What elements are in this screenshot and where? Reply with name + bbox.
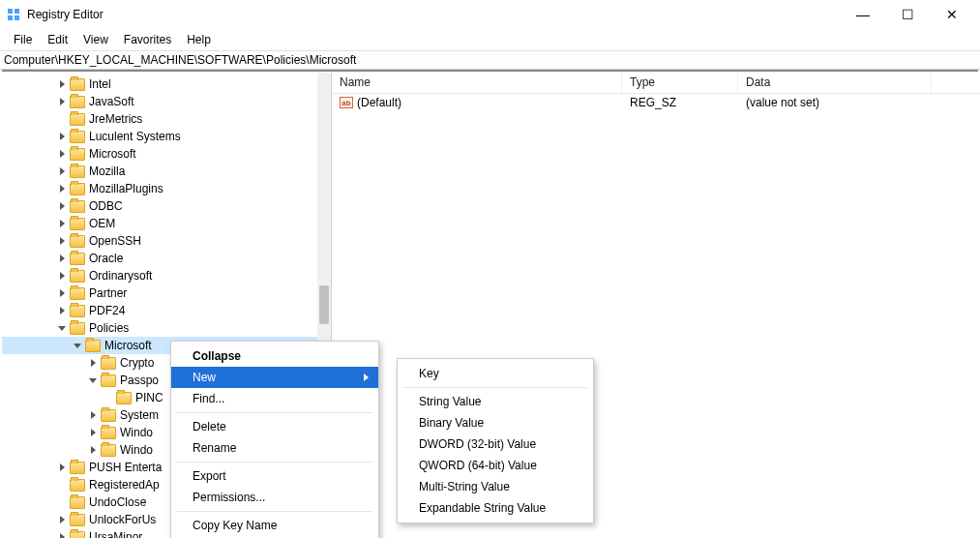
- tree-item[interactable]: ODBC: [2, 197, 331, 215]
- app-icon: [6, 7, 21, 22]
- chevron-right-icon[interactable]: [56, 96, 68, 107]
- menu-item[interactable]: Collapse: [171, 345, 378, 367]
- chevron-down-icon[interactable]: [87, 374, 99, 386]
- tree-item[interactable]: Mozilla: [2, 163, 331, 180]
- svg-rect-2: [8, 15, 13, 20]
- tree-item[interactable]: Ordinarysoft: [2, 267, 331, 284]
- menu-help[interactable]: Help: [179, 31, 219, 48]
- menu-view[interactable]: View: [75, 31, 116, 48]
- tree-item-label: Windo: [120, 443, 153, 457]
- folder-icon: [70, 235, 85, 248]
- cell-name: ab(Default): [336, 96, 626, 109]
- folder-icon: [70, 113, 85, 126]
- chevron-right-icon[interactable]: [56, 148, 68, 160]
- expander-empty: [56, 479, 68, 491]
- chevron-right-icon[interactable]: [56, 305, 68, 316]
- chevron-right-icon[interactable]: [56, 462, 68, 473]
- menu-item[interactable]: Multi-String Value: [398, 476, 593, 497]
- menu-item[interactable]: Permissions...: [171, 487, 378, 508]
- tree-item[interactable]: OEM: [2, 215, 331, 232]
- menu-item-label: New: [193, 371, 216, 384]
- folder-icon: [101, 427, 116, 439]
- menu-item[interactable]: Delete: [171, 416, 378, 437]
- menu-item[interactable]: Export: [171, 465, 378, 487]
- list-body[interactable]: ab(Default)REG_SZ(value not set): [332, 94, 980, 111]
- chevron-right-icon[interactable]: [56, 253, 68, 264]
- tree-item[interactable]: OpenSSH: [2, 232, 331, 250]
- menu-item-label: QWORD (64-bit) Value: [419, 459, 537, 472]
- chevron-right-icon[interactable]: [56, 183, 68, 194]
- col-name[interactable]: Name: [332, 73, 622, 93]
- chevron-right-icon[interactable]: [56, 514, 68, 525]
- close-button[interactable]: ✕: [930, 0, 974, 29]
- address-underline: [2, 70, 978, 72]
- tree-item[interactable]: Intel: [2, 75, 331, 93]
- tree-item-label: Microsoft: [104, 339, 152, 352]
- menu-item[interactable]: DWORD (32-bit) Value: [398, 433, 593, 455]
- tree-item[interactable]: PDF24: [2, 302, 331, 319]
- menu-item[interactable]: Copy Key Name: [171, 515, 378, 536]
- menu-item-label: Copy Key Name: [193, 519, 277, 532]
- menu-item[interactable]: Find...: [171, 388, 378, 409]
- col-data[interactable]: Data: [738, 73, 932, 93]
- chevron-right-icon[interactable]: [56, 131, 68, 142]
- menu-item-label: Binary Value: [419, 416, 484, 430]
- maximize-button[interactable]: ☐: [885, 0, 930, 29]
- tree-item[interactable]: Oracle: [2, 250, 331, 267]
- menu-item-label: Expandable String Value: [419, 501, 546, 515]
- menu-item[interactable]: Key: [398, 363, 593, 384]
- chevron-right-icon[interactable]: [87, 409, 99, 421]
- chevron-right-icon[interactable]: [56, 78, 68, 90]
- menu-favorites[interactable]: Favorites: [116, 31, 179, 48]
- list-header: Name Type Data: [332, 73, 980, 94]
- folder-icon: [70, 131, 85, 143]
- tree-item[interactable]: Luculent Systems: [2, 128, 331, 145]
- menu-item[interactable]: Rename: [171, 437, 378, 459]
- menu-item[interactable]: Binary Value: [398, 412, 593, 433]
- tree-item[interactable]: MozillaPlugins: [2, 180, 331, 197]
- chevron-right-icon[interactable]: [56, 165, 68, 177]
- folder-icon: [70, 270, 85, 283]
- menu-edit[interactable]: Edit: [40, 31, 75, 48]
- menu-item[interactable]: QWORD (64-bit) Value: [398, 455, 593, 476]
- tree-item[interactable]: JreMetrics: [2, 110, 331, 128]
- tree-item-label: UndoClose: [89, 495, 146, 509]
- chevron-right-icon[interactable]: [56, 218, 68, 229]
- chevron-right-icon[interactable]: [56, 270, 68, 282]
- chevron-right-icon[interactable]: [56, 235, 68, 247]
- menu-separator: [403, 387, 587, 388]
- chevron-right-icon[interactable]: [87, 444, 99, 456]
- chevron-right-icon[interactable]: [87, 357, 99, 369]
- chevron-down-icon[interactable]: [72, 340, 83, 351]
- menu-file[interactable]: File: [6, 31, 40, 48]
- chevron-right-icon[interactable]: [87, 427, 99, 438]
- tree-item[interactable]: JavaSoft: [2, 93, 331, 110]
- tree-scrollbar-thumb[interactable]: [319, 285, 329, 324]
- list-row[interactable]: ab(Default)REG_SZ(value not set): [332, 94, 980, 111]
- menu-item-label: Export: [193, 469, 226, 483]
- chevron-right-icon[interactable]: [56, 531, 68, 538]
- tree-item-label: JavaSoft: [89, 95, 134, 108]
- col-type[interactable]: Type: [622, 73, 738, 93]
- titlebar: Registry Editor — ☐ ✕: [0, 0, 980, 29]
- menu-separator: [177, 462, 372, 463]
- tree-item[interactable]: Policies: [2, 319, 331, 337]
- folder-icon: [70, 322, 85, 335]
- tree-item-label: Mozilla: [89, 164, 125, 178]
- tree-item[interactable]: Microsoft: [2, 145, 331, 163]
- chevron-right-icon[interactable]: [56, 200, 68, 212]
- folder-icon: [85, 340, 101, 352]
- chevron-down-icon[interactable]: [56, 322, 68, 334]
- menu-item[interactable]: String Value: [398, 391, 593, 412]
- menu-item[interactable]: New: [171, 367, 378, 388]
- menu-item-label: Key: [419, 367, 439, 380]
- menu-item[interactable]: Expandable String Value: [398, 497, 593, 519]
- minimize-button[interactable]: —: [841, 0, 885, 29]
- folder-icon: [70, 96, 85, 108]
- chevron-right-icon[interactable]: [56, 287, 68, 299]
- svg-rect-0: [8, 9, 13, 14]
- tree-item-label: Crypto: [120, 356, 154, 370]
- tree-item[interactable]: Partner: [2, 284, 331, 302]
- address-bar[interactable]: Computer\HKEY_LOCAL_MACHINE\SOFTWARE\Pol…: [0, 50, 980, 70]
- menu-item-label: DWORD (32-bit) Value: [419, 437, 536, 451]
